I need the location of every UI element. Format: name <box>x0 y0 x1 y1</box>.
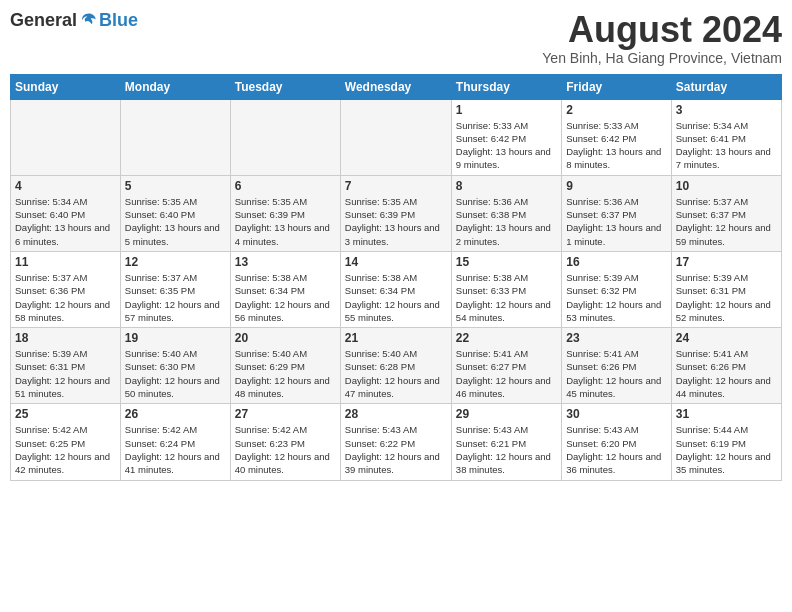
day-number: 10 <box>676 179 777 193</box>
calendar-cell: 16Sunrise: 5:39 AM Sunset: 6:32 PM Dayli… <box>562 251 671 327</box>
week-row-4: 18Sunrise: 5:39 AM Sunset: 6:31 PM Dayli… <box>11 328 782 404</box>
day-info: Sunrise: 5:34 AM Sunset: 6:41 PM Dayligh… <box>676 119 777 172</box>
day-number: 28 <box>345 407 447 421</box>
day-info: Sunrise: 5:37 AM Sunset: 6:35 PM Dayligh… <box>125 271 226 324</box>
day-info: Sunrise: 5:42 AM Sunset: 6:23 PM Dayligh… <box>235 423 336 476</box>
calendar-cell: 2Sunrise: 5:33 AM Sunset: 6:42 PM Daylig… <box>562 99 671 175</box>
calendar-cell <box>340 99 451 175</box>
calendar-cell: 13Sunrise: 5:38 AM Sunset: 6:34 PM Dayli… <box>230 251 340 327</box>
calendar-cell: 1Sunrise: 5:33 AM Sunset: 6:42 PM Daylig… <box>451 99 561 175</box>
day-info: Sunrise: 5:41 AM Sunset: 6:27 PM Dayligh… <box>456 347 557 400</box>
calendar-cell: 4Sunrise: 5:34 AM Sunset: 6:40 PM Daylig… <box>11 175 121 251</box>
calendar-cell: 27Sunrise: 5:42 AM Sunset: 6:23 PM Dayli… <box>230 404 340 480</box>
calendar-cell: 8Sunrise: 5:36 AM Sunset: 6:38 PM Daylig… <box>451 175 561 251</box>
day-number: 14 <box>345 255 447 269</box>
day-info: Sunrise: 5:35 AM Sunset: 6:40 PM Dayligh… <box>125 195 226 248</box>
day-info: Sunrise: 5:40 AM Sunset: 6:29 PM Dayligh… <box>235 347 336 400</box>
day-number: 20 <box>235 331 336 345</box>
day-info: Sunrise: 5:44 AM Sunset: 6:19 PM Dayligh… <box>676 423 777 476</box>
day-number: 13 <box>235 255 336 269</box>
day-number: 31 <box>676 407 777 421</box>
week-row-3: 11Sunrise: 5:37 AM Sunset: 6:36 PM Dayli… <box>11 251 782 327</box>
day-info: Sunrise: 5:43 AM Sunset: 6:22 PM Dayligh… <box>345 423 447 476</box>
calendar-cell: 6Sunrise: 5:35 AM Sunset: 6:39 PM Daylig… <box>230 175 340 251</box>
calendar-cell: 17Sunrise: 5:39 AM Sunset: 6:31 PM Dayli… <box>671 251 781 327</box>
subtitle: Yen Binh, Ha Giang Province, Vietnam <box>542 50 782 66</box>
day-number: 5 <box>125 179 226 193</box>
day-info: Sunrise: 5:42 AM Sunset: 6:24 PM Dayligh… <box>125 423 226 476</box>
day-info: Sunrise: 5:39 AM Sunset: 6:32 PM Dayligh… <box>566 271 666 324</box>
day-info: Sunrise: 5:43 AM Sunset: 6:20 PM Dayligh… <box>566 423 666 476</box>
calendar-cell: 11Sunrise: 5:37 AM Sunset: 6:36 PM Dayli… <box>11 251 121 327</box>
day-info: Sunrise: 5:35 AM Sunset: 6:39 PM Dayligh… <box>345 195 447 248</box>
day-info: Sunrise: 5:38 AM Sunset: 6:34 PM Dayligh… <box>235 271 336 324</box>
day-number: 6 <box>235 179 336 193</box>
calendar-cell: 14Sunrise: 5:38 AM Sunset: 6:34 PM Dayli… <box>340 251 451 327</box>
day-info: Sunrise: 5:38 AM Sunset: 6:34 PM Dayligh… <box>345 271 447 324</box>
calendar-cell: 19Sunrise: 5:40 AM Sunset: 6:30 PM Dayli… <box>120 328 230 404</box>
calendar-cell: 18Sunrise: 5:39 AM Sunset: 6:31 PM Dayli… <box>11 328 121 404</box>
day-info: Sunrise: 5:33 AM Sunset: 6:42 PM Dayligh… <box>566 119 666 172</box>
month-title: August 2024 <box>542 10 782 50</box>
calendar-cell: 10Sunrise: 5:37 AM Sunset: 6:37 PM Dayli… <box>671 175 781 251</box>
calendar-cell: 20Sunrise: 5:40 AM Sunset: 6:29 PM Dayli… <box>230 328 340 404</box>
calendar-cell: 24Sunrise: 5:41 AM Sunset: 6:26 PM Dayli… <box>671 328 781 404</box>
calendar-cell <box>120 99 230 175</box>
day-number: 25 <box>15 407 116 421</box>
day-info: Sunrise: 5:41 AM Sunset: 6:26 PM Dayligh… <box>676 347 777 400</box>
day-number: 2 <box>566 103 666 117</box>
calendar-cell: 25Sunrise: 5:42 AM Sunset: 6:25 PM Dayli… <box>11 404 121 480</box>
week-row-2: 4Sunrise: 5:34 AM Sunset: 6:40 PM Daylig… <box>11 175 782 251</box>
calendar-cell: 3Sunrise: 5:34 AM Sunset: 6:41 PM Daylig… <box>671 99 781 175</box>
calendar-cell: 31Sunrise: 5:44 AM Sunset: 6:19 PM Dayli… <box>671 404 781 480</box>
day-info: Sunrise: 5:35 AM Sunset: 6:39 PM Dayligh… <box>235 195 336 248</box>
day-number: 23 <box>566 331 666 345</box>
calendar-cell: 21Sunrise: 5:40 AM Sunset: 6:28 PM Dayli… <box>340 328 451 404</box>
day-number: 4 <box>15 179 116 193</box>
day-info: Sunrise: 5:42 AM Sunset: 6:25 PM Dayligh… <box>15 423 116 476</box>
day-number: 15 <box>456 255 557 269</box>
calendar-cell: 28Sunrise: 5:43 AM Sunset: 6:22 PM Dayli… <box>340 404 451 480</box>
day-number: 3 <box>676 103 777 117</box>
calendar-table: SundayMondayTuesdayWednesdayThursdayFrid… <box>10 74 782 481</box>
calendar-cell: 9Sunrise: 5:36 AM Sunset: 6:37 PM Daylig… <box>562 175 671 251</box>
day-info: Sunrise: 5:37 AM Sunset: 6:36 PM Dayligh… <box>15 271 116 324</box>
col-header-saturday: Saturday <box>671 74 781 99</box>
col-header-thursday: Thursday <box>451 74 561 99</box>
header-row: SundayMondayTuesdayWednesdayThursdayFrid… <box>11 74 782 99</box>
calendar-cell <box>11 99 121 175</box>
day-number: 22 <box>456 331 557 345</box>
day-number: 12 <box>125 255 226 269</box>
col-header-wednesday: Wednesday <box>340 74 451 99</box>
calendar-cell: 7Sunrise: 5:35 AM Sunset: 6:39 PM Daylig… <box>340 175 451 251</box>
day-number: 26 <box>125 407 226 421</box>
calendar-cell: 12Sunrise: 5:37 AM Sunset: 6:35 PM Dayli… <box>120 251 230 327</box>
day-number: 16 <box>566 255 666 269</box>
day-info: Sunrise: 5:37 AM Sunset: 6:37 PM Dayligh… <box>676 195 777 248</box>
calendar-cell: 26Sunrise: 5:42 AM Sunset: 6:24 PM Dayli… <box>120 404 230 480</box>
day-info: Sunrise: 5:33 AM Sunset: 6:42 PM Dayligh… <box>456 119 557 172</box>
calendar-cell: 22Sunrise: 5:41 AM Sunset: 6:27 PM Dayli… <box>451 328 561 404</box>
title-section: August 2024 Yen Binh, Ha Giang Province,… <box>542 10 782 66</box>
day-number: 30 <box>566 407 666 421</box>
day-number: 9 <box>566 179 666 193</box>
day-number: 21 <box>345 331 447 345</box>
day-number: 27 <box>235 407 336 421</box>
calendar-cell: 5Sunrise: 5:35 AM Sunset: 6:40 PM Daylig… <box>120 175 230 251</box>
day-number: 24 <box>676 331 777 345</box>
logo: General Blue <box>10 10 138 31</box>
day-number: 17 <box>676 255 777 269</box>
day-info: Sunrise: 5:36 AM Sunset: 6:37 PM Dayligh… <box>566 195 666 248</box>
col-header-tuesday: Tuesday <box>230 74 340 99</box>
week-row-5: 25Sunrise: 5:42 AM Sunset: 6:25 PM Dayli… <box>11 404 782 480</box>
calendar-cell: 23Sunrise: 5:41 AM Sunset: 6:26 PM Dayli… <box>562 328 671 404</box>
day-info: Sunrise: 5:39 AM Sunset: 6:31 PM Dayligh… <box>15 347 116 400</box>
day-info: Sunrise: 5:38 AM Sunset: 6:33 PM Dayligh… <box>456 271 557 324</box>
page-header: General Blue August 2024 Yen Binh, Ha Gi… <box>10 10 782 66</box>
calendar-cell <box>230 99 340 175</box>
logo-bird-icon <box>79 11 99 31</box>
day-info: Sunrise: 5:34 AM Sunset: 6:40 PM Dayligh… <box>15 195 116 248</box>
day-number: 1 <box>456 103 557 117</box>
day-info: Sunrise: 5:40 AM Sunset: 6:28 PM Dayligh… <box>345 347 447 400</box>
col-header-friday: Friday <box>562 74 671 99</box>
